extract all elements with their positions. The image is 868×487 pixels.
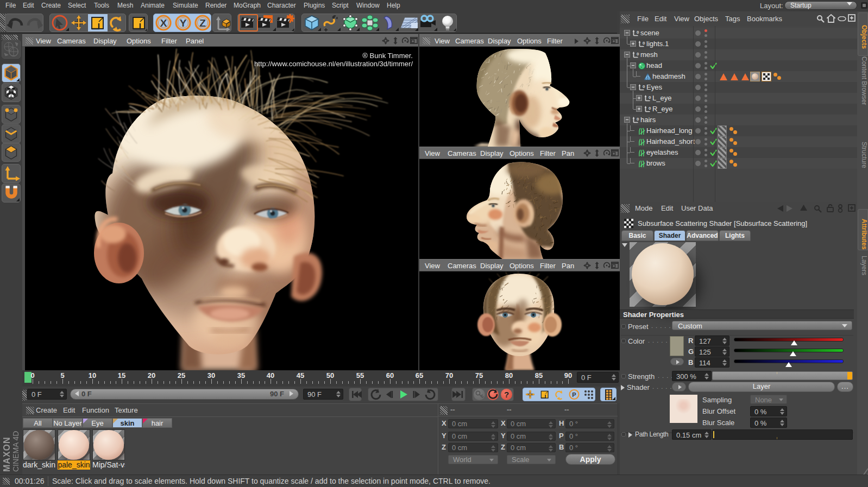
svg-text:0: 0 bbox=[649, 95, 651, 100]
svg-text:X: X bbox=[160, 17, 167, 29]
svg-text:® Bunk Timmer.: ® Bunk Timmer. bbox=[362, 52, 413, 60]
svg-text:0: 0 bbox=[637, 117, 639, 122]
svg-text:Y: Y bbox=[180, 17, 187, 29]
svg-text:0: 0 bbox=[643, 84, 645, 89]
svg-text:0: 0 bbox=[649, 106, 651, 111]
svg-text:0: 0 bbox=[643, 41, 645, 46]
svg-text:Z: Z bbox=[199, 17, 206, 29]
svg-text:P: P bbox=[572, 391, 576, 398]
svg-text:?: ? bbox=[504, 390, 509, 399]
svg-text:0: 0 bbox=[637, 30, 639, 35]
svg-text:http://www.comichouse.nl/en/il: http://www.comichouse.nl/en/illustration… bbox=[254, 60, 413, 68]
svg-text:0: 0 bbox=[637, 52, 639, 56]
